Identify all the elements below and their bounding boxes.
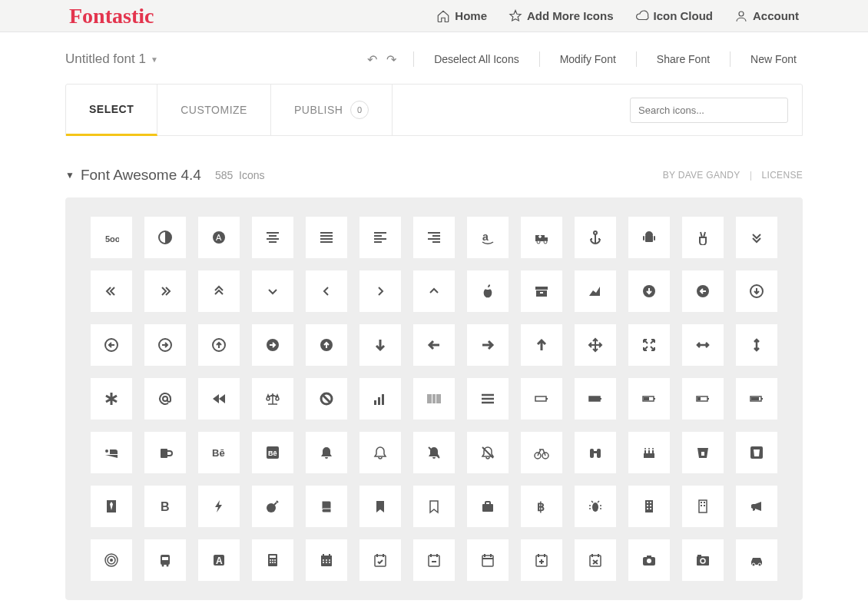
undo-redo[interactable]: ↶ ↷ [367, 52, 399, 67]
arrows-v-icon[interactable] [736, 324, 777, 366]
arrows-alt-icon[interactable] [628, 324, 670, 366]
angle-double-right-icon[interactable] [144, 270, 186, 312]
bookmark-icon[interactable] [359, 486, 401, 527]
btc-icon[interactable]: ฿ [521, 486, 562, 527]
arrow-right-icon[interactable] [467, 324, 509, 366]
redo-icon[interactable]: ↷ [386, 53, 399, 66]
bar-chart-icon[interactable] [359, 378, 401, 420]
bell-slash-o-icon[interactable] [467, 432, 509, 473]
align-left-icon[interactable] [359, 217, 401, 258]
tab-customize[interactable]: CUSTOMIZE [157, 85, 271, 135]
bell-o-icon[interactable] [359, 432, 401, 473]
brand-logo[interactable]: Fontastic [69, 4, 154, 28]
tab-select[interactable]: SELECT [66, 85, 157, 136]
arrows-h-icon[interactable] [682, 324, 724, 366]
iconset-license-link[interactable]: LICENSE [762, 170, 803, 181]
book-icon[interactable] [306, 486, 347, 527]
bell-slash-icon[interactable] [413, 432, 455, 473]
amazon-icon[interactable]: a [467, 217, 509, 258]
arrow-circle-o-right-icon[interactable] [144, 324, 186, 366]
adn-icon[interactable]: A [198, 217, 240, 258]
ban-icon[interactable] [306, 378, 347, 420]
backward-icon[interactable] [198, 378, 240, 420]
arrows-icon[interactable] [575, 324, 616, 366]
calendar-icon[interactable] [306, 539, 347, 581]
arrow-circle-o-up-icon[interactable] [198, 324, 240, 366]
android-icon[interactable] [628, 217, 670, 258]
angle-right-icon[interactable] [359, 270, 401, 312]
battery-quarter-icon[interactable] [682, 378, 724, 420]
bookmark-o-icon[interactable] [413, 486, 455, 527]
building-icon[interactable] [628, 486, 670, 527]
arrow-left-icon[interactable] [413, 324, 455, 366]
share-font-link[interactable]: Share Font [651, 53, 716, 65]
angle-left-icon[interactable] [306, 270, 347, 312]
car-icon[interactable] [736, 539, 777, 581]
ambulance-icon[interactable] [521, 217, 562, 258]
font-name-selector[interactable]: Untitled font 1 ▼ [65, 51, 158, 67]
camera-retro-icon[interactable] [682, 539, 724, 581]
calendar-times-o-icon[interactable] [575, 539, 616, 581]
battery-half-icon[interactable] [628, 378, 670, 420]
arrow-circle-o-left-icon[interactable] [91, 324, 132, 366]
bitbucket-icon[interactable] [682, 432, 724, 473]
archive-icon[interactable] [521, 270, 562, 312]
calendar-o-icon[interactable] [467, 539, 509, 581]
align-center-icon[interactable] [252, 217, 293, 258]
angle-double-up-icon[interactable] [198, 270, 240, 312]
bold-icon[interactable]: B [144, 486, 186, 527]
angle-down-icon[interactable] [252, 270, 293, 312]
calculator-icon[interactable] [252, 539, 293, 581]
apple-icon[interactable] [467, 270, 509, 312]
bars-icon[interactable] [467, 378, 509, 420]
buysellads-icon[interactable]: A [198, 539, 240, 581]
at-icon[interactable] [144, 378, 186, 420]
adjust-icon[interactable] [144, 217, 186, 258]
building-o-icon[interactable] [682, 486, 724, 527]
bitbucket-square-icon[interactable] [736, 432, 777, 473]
binoculars-icon[interactable] [575, 432, 616, 473]
area-chart-icon[interactable] [575, 270, 616, 312]
camera-icon[interactable] [628, 539, 670, 581]
calendar-minus-o-icon[interactable] [413, 539, 455, 581]
bed-icon[interactable] [91, 432, 132, 473]
tab-publish[interactable]: PUBLISH 0 [271, 85, 393, 135]
angle-double-down-icon[interactable] [736, 217, 777, 258]
new-font-link[interactable]: New Font [744, 53, 803, 65]
battery-empty-icon[interactable] [521, 378, 562, 420]
align-justify-icon[interactable] [306, 217, 347, 258]
arrow-down-icon[interactable] [359, 324, 401, 366]
battery-three-quarters-icon[interactable] [736, 378, 777, 420]
500px-icon[interactable]: 5oo [91, 217, 132, 258]
bicycle-icon[interactable] [521, 432, 562, 473]
birthday-cake-icon[interactable] [628, 432, 670, 473]
hand-peace-o-icon[interactable] [682, 217, 724, 258]
nav-account[interactable]: Account [734, 9, 799, 23]
beer-icon[interactable] [144, 432, 186, 473]
balance-scale-icon[interactable] [252, 378, 293, 420]
behance-icon[interactable]: Bē [198, 432, 240, 473]
barcode-icon[interactable] [413, 378, 455, 420]
arrow-circle-o-down-icon[interactable] [736, 270, 777, 312]
modify-font-link[interactable]: Modify Font [554, 53, 622, 65]
align-right-icon[interactable] [413, 217, 455, 258]
bell-icon[interactable] [306, 432, 347, 473]
bolt-icon[interactable] [198, 486, 240, 527]
nav-add-icons[interactable]: Add More Icons [509, 9, 614, 23]
calendar-plus-o-icon[interactable] [521, 539, 562, 581]
arrow-up-icon[interactable] [521, 324, 562, 366]
arrow-circle-up-icon[interactable] [306, 324, 347, 366]
asterisk-icon[interactable] [91, 378, 132, 420]
deselect-all-link[interactable]: Deselect All Icons [428, 53, 525, 65]
arrow-circle-down-icon[interactable] [628, 270, 670, 312]
angle-double-left-icon[interactable] [91, 270, 132, 312]
bullhorn-icon[interactable] [736, 486, 777, 527]
behance-square-icon[interactable]: Bē [252, 432, 293, 473]
arrow-circle-right-icon[interactable] [252, 324, 293, 366]
angle-up-icon[interactable] [413, 270, 455, 312]
bullseye-icon[interactable] [91, 539, 132, 581]
arrow-circle-left-icon[interactable] [682, 270, 724, 312]
bus-icon[interactable] [144, 539, 186, 581]
search-input[interactable] [630, 98, 788, 123]
iconset-title[interactable]: ▼ Font Awesome 4.4 585 Icons [65, 167, 265, 184]
